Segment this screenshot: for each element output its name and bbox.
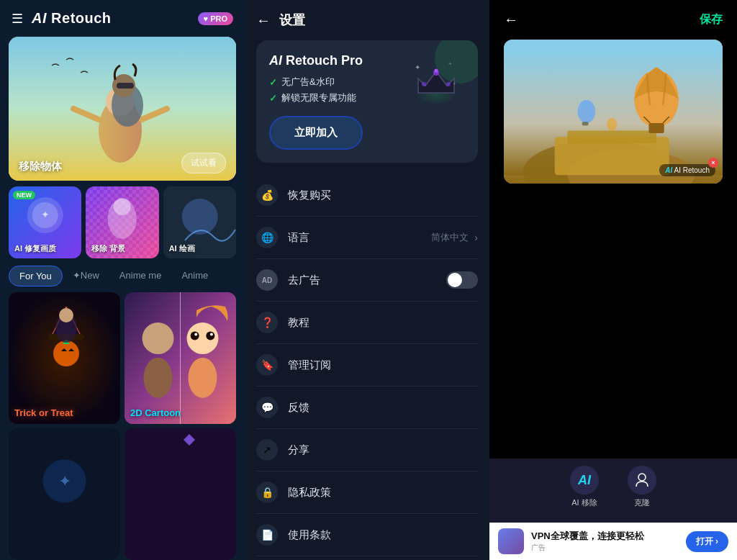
pro-join-button[interactable]: 立即加入 xyxy=(269,116,363,150)
pro-card: AI Retouch Pro 无广告&水印 解锁无限专属功能 立即加入 xyxy=(256,40,478,163)
svg-text:✦: ✦ xyxy=(41,209,50,220)
thumb-label-2: 移除 背景 xyxy=(91,243,125,254)
pro-features: 无广告&水印 解锁无限专属功能 xyxy=(269,76,363,104)
settings-menu: 💰 恢复购买 🌐 语言 简体中文 › AD 去广告 ❓ 教程 🔖 管理订阅 xyxy=(245,174,489,560)
svg-point-36 xyxy=(210,333,213,336)
terms-label: 使用条款 xyxy=(288,528,478,542)
toolbar-item-ai-remove[interactable]: AI AI 移除 xyxy=(570,466,599,508)
svg-text:✦: ✦ xyxy=(415,63,420,71)
tab-anime[interactable]: Anime xyxy=(171,266,218,286)
thumbnail-row: NEW ✦ AI 修复画质 移除 背景 xyxy=(9,186,236,258)
app-name-ai: AI xyxy=(32,10,47,26)
settings-item-tutorial[interactable]: ❓ 教程 xyxy=(256,302,478,344)
star-icon: ✦ xyxy=(73,270,81,281)
language-label: 语言 xyxy=(288,231,431,245)
svg-point-21 xyxy=(53,340,79,366)
settings-item-share[interactable]: ↗ 分享 xyxy=(256,429,478,471)
ai-remove-label: AI 移除 xyxy=(571,497,597,508)
share-icon: ↗ xyxy=(256,439,278,461)
right-back-arrow[interactable]: ← xyxy=(504,12,518,28)
language-value: 简体中文 xyxy=(431,231,469,244)
settings-header: ← 设置 xyxy=(245,0,489,40)
balloon-svg xyxy=(504,40,723,184)
svg-text:+: + xyxy=(453,81,456,87)
thumb-remove-bg[interactable]: 移除 背景 xyxy=(86,186,158,258)
content-card-3[interactable]: ▲ NEW ✦ xyxy=(9,428,120,560)
ad-icon: AD xyxy=(256,269,278,291)
pro-card-title: AI Retouch Pro xyxy=(269,53,363,68)
ad-title: VPN全球覆盖，连接更轻松 xyxy=(531,530,679,543)
privacy-label: 隐私政策 xyxy=(288,486,478,500)
thumb-label-1: AI 修复画质 xyxy=(14,243,56,254)
svg-point-60 xyxy=(578,100,596,123)
thumb-ai-restore[interactable]: NEW ✦ AI 修复画质 xyxy=(9,186,81,258)
content-card-halloween[interactable]: ▲ NEW Try Free xyxy=(9,292,120,424)
tutorial-label: 教程 xyxy=(288,316,478,330)
tutorial-icon: ❓ xyxy=(256,312,278,333)
pro-feature-1: 无广告&水印 xyxy=(269,76,363,89)
subscription-icon: 🔖 xyxy=(256,354,278,376)
svg-point-46 xyxy=(446,82,451,86)
svg-point-45 xyxy=(422,82,426,86)
settings-item-remove-ads[interactable]: AD 去广告 xyxy=(256,259,478,302)
watermark-icon: AI xyxy=(665,166,672,174)
ad-text-block: VPN全球覆盖，连接更轻松 广告 xyxy=(531,530,679,553)
share-label: 分享 xyxy=(288,443,478,457)
toolbar-item-clone[interactable]: 克隆 xyxy=(628,466,656,508)
pro-badge[interactable]: ♥ PRO xyxy=(198,12,233,25)
settings-item-language[interactable]: 🌐 语言 简体中文 › xyxy=(256,217,478,259)
pro-title-ai: AI xyxy=(269,53,282,68)
settings-item-terms[interactable]: 📄 使用条款 xyxy=(256,514,478,556)
remove-ads-toggle[interactable] xyxy=(446,271,478,289)
right-panel-header: ← 保存 xyxy=(489,0,737,40)
hero-try-button[interactable]: 试试看 xyxy=(181,153,226,173)
svg-point-30 xyxy=(144,358,173,398)
pro-feature-2: 解锁无限专属功能 xyxy=(269,91,363,104)
settings-item-subscription[interactable]: 🔖 管理订阅 xyxy=(256,344,478,387)
thumb-ai-paint[interactable]: AI 绘画 xyxy=(163,186,236,258)
app-name-retouch: Retouch xyxy=(51,10,112,26)
tab-for-you[interactable]: For You xyxy=(9,266,63,286)
svg-point-32 xyxy=(189,358,217,398)
pro-title-rest: Retouch Pro xyxy=(286,53,363,68)
content-card-cartoon[interactable]: ▲ NEW Try Free xyxy=(125,292,236,424)
tab-anime-me[interactable]: Anime me xyxy=(109,266,172,286)
content-card-4[interactable] xyxy=(125,428,236,560)
clone-icon xyxy=(628,466,656,494)
settings-item-version: ℹ 版本 1.20.49 xyxy=(256,556,478,560)
card4-illustration xyxy=(125,428,236,560)
svg-point-35 xyxy=(194,333,197,336)
watermark-label: AI AI Retouch xyxy=(659,164,715,176)
tab-new[interactable]: ✦New xyxy=(63,266,109,286)
ad-banner: VPN全球覆盖，连接更轻松 广告 打开 › xyxy=(489,523,737,560)
watermark-close-btn[interactable]: × xyxy=(708,158,718,168)
ad-open-button[interactable]: 打开 › xyxy=(686,531,728,552)
settings-back-arrow[interactable]: ← xyxy=(256,12,271,29)
feedback-label: 反馈 xyxy=(288,401,478,415)
svg-point-17 xyxy=(181,199,217,235)
ad-sub: 广告 xyxy=(531,543,679,553)
subscription-label: 管理订阅 xyxy=(288,358,478,372)
balloon-scene xyxy=(504,40,723,184)
cartoon-illustration xyxy=(125,292,236,424)
svg-rect-61 xyxy=(582,122,589,125)
tabs-bar: For You ✦New Anime me Anime xyxy=(9,266,236,286)
pro-card-text: AI Retouch Pro 无广告&水印 解锁无限专属功能 立即加入 xyxy=(269,53,363,150)
app-title: AI Retouch xyxy=(32,10,189,27)
svg-point-33 xyxy=(191,331,199,340)
settings-item-privacy[interactable]: 🔒 隐私政策 xyxy=(256,471,478,514)
settings-item-restore[interactable]: 💰 恢复购买 xyxy=(256,174,478,217)
svg-point-62 xyxy=(607,118,617,131)
ad-app-icon xyxy=(498,528,524,554)
remove-ads-label: 去广告 xyxy=(288,274,446,287)
hero-image: 移除物体 试试看 xyxy=(9,37,236,181)
hero-label: 移除物体 xyxy=(19,160,62,173)
right-save-button[interactable]: 保存 xyxy=(700,12,723,27)
settings-item-feedback[interactable]: 💬 反馈 xyxy=(256,387,478,429)
privacy-icon: 🔒 xyxy=(256,482,278,503)
svg-point-29 xyxy=(143,322,174,354)
terms-icon: 📄 xyxy=(256,524,278,546)
menu-icon[interactable]: ☰ xyxy=(12,11,23,27)
restore-label: 恢复购买 xyxy=(288,189,478,202)
thumb-label-3: AI 绘画 xyxy=(169,243,195,254)
